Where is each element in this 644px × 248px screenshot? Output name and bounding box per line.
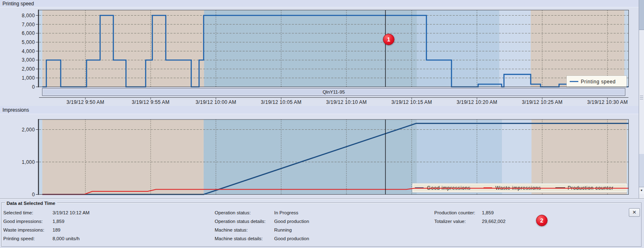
annotation-badge-2: 2 xyxy=(536,215,548,226)
detail-value: 1,859 xyxy=(53,219,64,224)
x-tick-label: 3/19/12 9:50 AM xyxy=(66,99,104,105)
x-tick-label: 3/19/12 10:30 AM xyxy=(587,99,628,105)
close-icon: ✕ xyxy=(632,209,636,215)
x-tick-label: 3/19/12 9:55 AM xyxy=(132,99,170,105)
x-tick-label: 3/19/12 10:20 AM xyxy=(457,99,497,105)
x-tick-label: 3/19/12 10:15 AM xyxy=(392,99,432,105)
impressions-chart[interactable]: 01,0002,000Good impressionsWaste impress… xyxy=(0,114,639,198)
x-tick-label: 3/19/12 10:25 AM xyxy=(522,99,563,105)
x-tick-label: 3/19/12 10:10 AM xyxy=(326,99,367,105)
detail-label: Waste impressions: xyxy=(3,227,44,232)
press-monitoring-window: Printing speed 01,0002,0003,0004,0005,00… xyxy=(0,0,644,248)
splitter-grip-icon[interactable] xyxy=(640,96,643,100)
printing-speed-panel-title: Printing speed xyxy=(0,0,639,7)
detail-value: 3/19/12 10:12 AM xyxy=(53,210,89,215)
detail-value: 189 xyxy=(53,227,60,232)
detail-label: Operation status: xyxy=(215,210,251,215)
detail-label: Machine status details: xyxy=(215,236,263,241)
vertical-scrollbar[interactable]: ▼ xyxy=(639,0,644,198)
y-tick-label: 0 xyxy=(32,84,35,90)
chevron-down-icon: ▼ xyxy=(640,189,643,192)
scrollbar-track-segment[interactable] xyxy=(639,154,644,187)
details-column-status: Operation status:In Progress Operation s… xyxy=(215,199,399,248)
job-bar-label: QlnY11-95 xyxy=(323,90,345,94)
printing-speed-chart[interactable]: 01,0002,0003,0004,0005,0006,0007,0008,00… xyxy=(0,7,639,106)
detail-label: Good impressions: xyxy=(3,219,43,224)
y-tick-label: 2,000 xyxy=(22,66,35,72)
y-tick-label: 7,000 xyxy=(22,22,35,28)
data-at-selected-time-panel: Data at Selected Time Selected time:3/19… xyxy=(0,198,644,248)
detail-label: Machine status: xyxy=(215,227,248,232)
y-tick-label: 2,000 xyxy=(22,127,35,133)
y-tick-label: 1,000 xyxy=(22,159,35,165)
x-tick-label: 3/19/12 10:05 AM xyxy=(261,99,302,105)
detail-value: 1,859 xyxy=(482,210,494,215)
y-tick-label: 8,000 xyxy=(22,13,35,18)
detail-label: Production counter: xyxy=(434,210,475,215)
y-tick-label: 3,000 xyxy=(22,57,35,63)
scrollbar-down-button[interactable]: ▼ xyxy=(639,187,644,194)
detail-value: 8,000 units/h xyxy=(53,236,80,241)
details-column-counters: Production counter:1,859 Totalizer value… xyxy=(434,199,607,248)
detail-label: Selected time: xyxy=(3,210,33,215)
annotation-badge-1: 1 xyxy=(383,34,394,45)
y-tick-label: 6,000 xyxy=(22,30,35,36)
legend: Printing speed xyxy=(567,76,627,87)
y-tick-label: 5,000 xyxy=(22,39,35,45)
impressions-panel-title: Impressions xyxy=(0,106,639,114)
detail-label: Operation status details: xyxy=(215,219,266,224)
detail-value: 29,662,002 xyxy=(482,219,506,224)
y-tick-label: 0 xyxy=(32,192,35,197)
y-tick-label: 4,000 xyxy=(22,48,35,54)
detail-value: In Progress xyxy=(274,210,298,215)
legend-label-printing-speed: Printing speed xyxy=(581,79,616,85)
detail-value: Good production xyxy=(274,236,309,241)
close-button[interactable]: ✕ xyxy=(629,208,640,217)
details-column-counts: Selected time:3/19/12 10:12 AM Good impr… xyxy=(3,199,176,248)
detail-value: Running xyxy=(274,227,292,232)
detail-value: Good production xyxy=(274,219,309,224)
detail-label: Totalizer value: xyxy=(434,219,466,224)
y-tick-label: 1,000 xyxy=(22,75,35,81)
x-tick-label: 3/19/12 10:00 AM xyxy=(196,99,236,105)
detail-label: Printing speed: xyxy=(3,236,35,241)
scrollbar-thumb[interactable] xyxy=(639,0,644,30)
